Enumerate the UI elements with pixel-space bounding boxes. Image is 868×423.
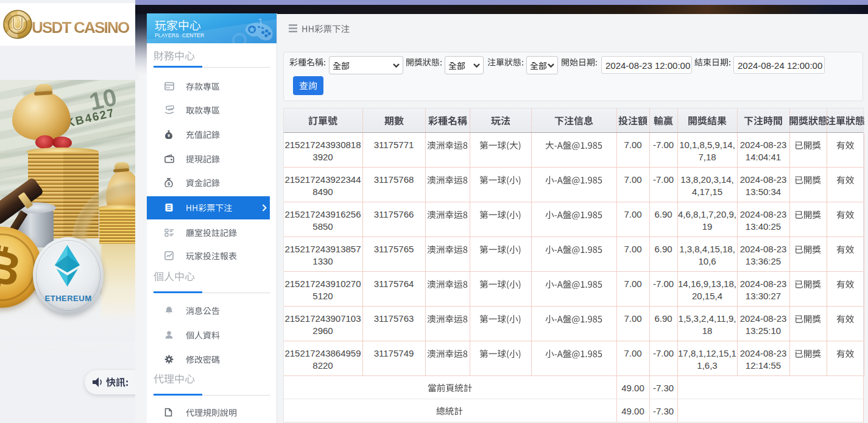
- svg-text:$: $: [168, 181, 171, 187]
